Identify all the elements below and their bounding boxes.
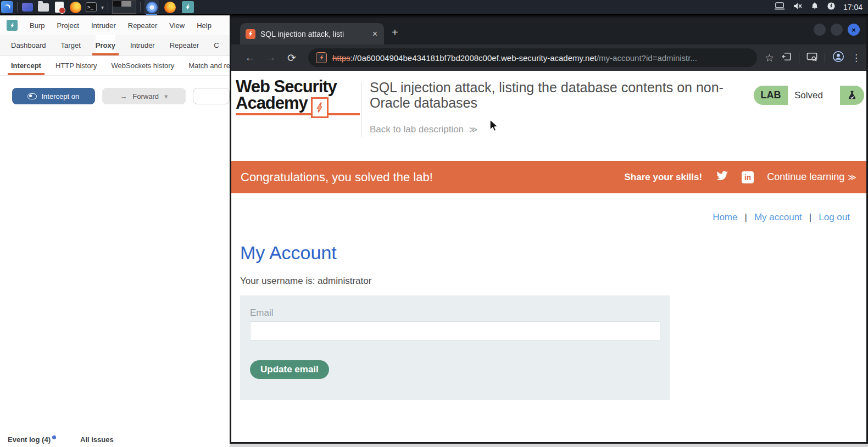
side-panel-icon[interactable] <box>781 52 792 64</box>
nav-separator: | <box>809 212 811 223</box>
burp-menu-help[interactable]: Help <box>197 21 212 30</box>
portswigger-favicon <box>246 29 255 39</box>
intercept-toggle-button[interactable]: Intercept on <box>12 88 95 104</box>
forward-button[interactable]: → Forward ▾ <box>102 88 186 104</box>
toolbar-separator <box>825 53 825 63</box>
toolbar-separator <box>799 53 799 63</box>
burp-intercept-toolbar: Intercept on → Forward ▾ <box>0 76 230 104</box>
mouse-cursor <box>489 120 500 132</box>
congratulations-banner: Congratulations, you solved the lab! Sha… <box>231 161 866 193</box>
burp-tab-dashboard[interactable]: Dashboard <box>11 35 46 55</box>
clock[interactable]: 17:04 <box>843 3 863 12</box>
network-icon[interactable] <box>774 2 785 13</box>
burp-menu-project[interactable]: Project <box>57 21 79 30</box>
minimize-button[interactable] <box>814 24 826 36</box>
burp-tab-intruder[interactable]: Intruder <box>130 35 155 55</box>
linkedin-icon[interactable]: in <box>742 171 754 183</box>
share-your-skills-label: Share your skills! <box>624 172 702 183</box>
lab-title: SQL injection attack, listing the databa… <box>370 80 726 110</box>
flask-check-icon <box>840 90 864 102</box>
burp-subtab-match-and-replace-truncated[interactable]: Match and rep <box>188 56 230 75</box>
chevron-down-icon[interactable]: ▾ <box>101 4 104 10</box>
display-settings-icon[interactable] <box>21 1 34 13</box>
menu-dots-icon[interactable]: ⋮ <box>852 52 861 64</box>
tab-title: SQL injection attack, listi <box>260 30 360 38</box>
lab-badge: LAB <box>754 90 788 101</box>
maximize-button[interactable] <box>831 24 843 36</box>
reload-icon[interactable]: ⟳ <box>283 49 301 66</box>
burp-status-bar: Event log (4) All issues <box>8 435 114 444</box>
nav-my-account-link[interactable]: My account <box>754 212 802 223</box>
burp-subtab-intercept[interactable]: Intercept <box>11 56 41 75</box>
audio-muted-icon[interactable] <box>793 2 803 13</box>
address-bar[interactable]: https://0a60004904be434181bf7bd2008c00ef… <box>308 48 757 67</box>
banner-message: Congratulations, you solved the lab! <box>241 170 433 185</box>
notifications-bell-icon[interactable] <box>810 2 819 13</box>
close-window-button[interactable]: × <box>848 24 860 36</box>
chromium-window: SQL injection attack, listi × + × ← → ⟳ … <box>230 16 868 444</box>
firefox-launcher-icon[interactable] <box>69 1 81 13</box>
taskbar-chromium-icon[interactable] <box>144 0 159 14</box>
taskbar-separator <box>17 2 18 12</box>
burp-menu-view[interactable]: View <box>169 21 185 30</box>
burp-menu-burp[interactable]: Burp <box>30 21 44 30</box>
burp-menu-intruder[interactable]: Intruder <box>91 21 116 30</box>
kali-menu-icon[interactable] <box>1 1 13 13</box>
burp-subtab-http-history[interactable]: HTTP history <box>55 56 97 75</box>
drop-button-partial[interactable] <box>193 88 230 104</box>
lab-status-widget: LAB Solved <box>754 86 864 105</box>
taskbar-separator <box>140 2 141 12</box>
text-editor-icon[interactable] <box>53 1 65 13</box>
burp-subtab-websockets-history[interactable]: WebSockets history <box>112 56 175 75</box>
window-controls: × <box>814 24 860 36</box>
nav-log-out-link[interactable]: Log out <box>819 212 850 223</box>
taskbar-firefox-icon[interactable] <box>163 0 177 14</box>
arrow-right-icon: → <box>120 92 127 100</box>
page-title: My Account <box>240 242 337 264</box>
power-manager-icon[interactable] <box>827 2 836 13</box>
burp-suite-window: Burp Project Intruder Repeater View Help… <box>0 15 230 447</box>
academy-lightning-box-icon <box>311 97 329 118</box>
terminal-icon[interactable]: >_ <box>85 1 97 13</box>
chevron-down-icon: ▾ <box>164 92 168 100</box>
forward-icon[interactable]: → <box>262 49 280 66</box>
account-nav: Home | My account | Log out <box>713 212 850 223</box>
email-form-panel: Email Update email <box>240 295 670 400</box>
email-input[interactable] <box>250 321 660 340</box>
continue-learning-link[interactable]: Continue learning≫ <box>767 171 856 183</box>
page-content: Web Security Academy SQL injection attac… <box>231 71 866 441</box>
window-preview-thumbnail[interactable] <box>112 1 136 14</box>
event-log-link[interactable]: Event log (4) <box>8 435 56 444</box>
web-security-academy-logo[interactable]: Web Security Academy <box>236 79 360 115</box>
burp-main-tabs: Dashboard Target Proxy Intruder Repeater… <box>0 35 230 56</box>
burp-logo-icon <box>7 20 18 31</box>
profile-avatar-icon[interactable] <box>832 51 844 65</box>
burp-menu-repeater[interactable]: Repeater <box>128 21 157 30</box>
burp-tab-target[interactable]: Target <box>61 35 81 55</box>
taskbar-burpsuite-icon[interactable] <box>181 0 195 14</box>
burp-tab-proxy[interactable]: Proxy <box>96 35 115 55</box>
all-issues-link[interactable]: All issues <box>80 435 114 444</box>
twitter-icon[interactable] <box>715 171 728 184</box>
burp-tab-repeater[interactable]: Repeater <box>170 35 199 55</box>
double-chevron-icon: ≫ <box>848 172 856 182</box>
back-to-lab-description-link[interactable]: Back to lab description≫ <box>370 124 478 135</box>
taskbar: >_ ▾ 17:04 <box>0 0 868 15</box>
close-tab-icon[interactable]: × <box>370 29 380 40</box>
taskbar-separator <box>108 2 108 12</box>
burp-tab-collaborator-truncated[interactable]: C <box>214 35 219 55</box>
double-chevron-icon: ≫ <box>469 125 478 134</box>
browser-tab[interactable]: SQL injection attack, listi × <box>240 23 384 44</box>
file-manager-icon[interactable] <box>37 1 49 13</box>
update-email-button[interactable]: Update email <box>250 360 329 379</box>
notification-dot <box>52 435 56 439</box>
desktop-strip <box>230 444 868 447</box>
new-tab-button[interactable]: + <box>392 26 398 39</box>
site-lightning-icon[interactable] <box>316 52 327 63</box>
bookmark-star-icon[interactable]: ☆ <box>765 52 774 64</box>
username-line: Your username is: administrator <box>240 276 371 287</box>
nav-home-link[interactable]: Home <box>713 212 737 223</box>
search-tabs-icon[interactable] <box>806 52 817 64</box>
back-icon[interactable]: ← <box>241 49 259 66</box>
header-divider <box>361 82 361 137</box>
